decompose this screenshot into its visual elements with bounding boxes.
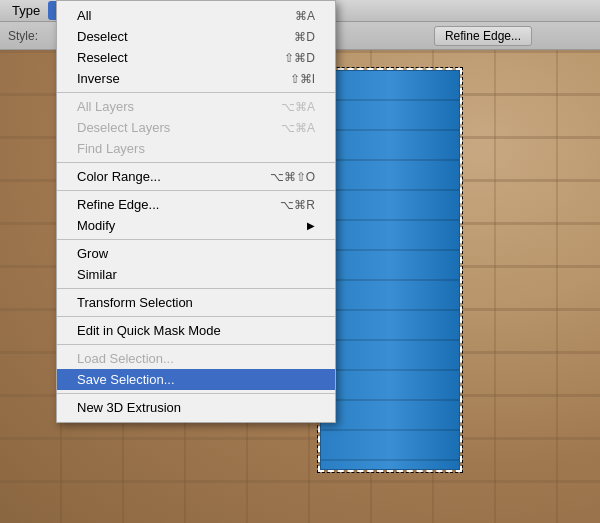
menu-item-reselect[interactable]: Reselect ⇧⌘D bbox=[57, 47, 335, 68]
separator-7 bbox=[57, 344, 335, 345]
menu-item-deselect[interactable]: Deselect ⌘D bbox=[57, 26, 335, 47]
menu-item-similar[interactable]: Similar bbox=[57, 264, 335, 285]
menu-item-load-selection: Load Selection... bbox=[57, 348, 335, 369]
menu-item-new-3d-extrusion-label: New 3D Extrusion bbox=[77, 400, 181, 415]
refine-edge-button[interactable]: Refine Edge... bbox=[434, 26, 532, 46]
separator-1 bbox=[57, 92, 335, 93]
menu-item-grow-label: Grow bbox=[77, 246, 108, 261]
menu-item-modify-label: Modify bbox=[77, 218, 115, 233]
menu-item-color-range[interactable]: Color Range... ⌥⌘⇧O bbox=[57, 166, 335, 187]
separator-5 bbox=[57, 288, 335, 289]
menu-item-save-selection-label: Save Selection... bbox=[77, 372, 175, 387]
menu-item-deselect-layers: Deselect Layers ⌥⌘A bbox=[57, 117, 335, 138]
menu-item-all-shortcut: ⌘A bbox=[295, 9, 315, 23]
menu-item-all-label: All bbox=[77, 8, 91, 23]
menu-item-all-layers-shortcut: ⌥⌘A bbox=[281, 100, 315, 114]
menu-item-deselect-layers-label: Deselect Layers bbox=[77, 120, 170, 135]
menu-item-modify[interactable]: Modify ▶ bbox=[57, 215, 335, 236]
menu-item-refine-edge-label: Refine Edge... bbox=[77, 197, 159, 212]
menu-item-similar-label: Similar bbox=[77, 267, 117, 282]
menubar-item-type[interactable]: Type bbox=[4, 1, 48, 20]
menu-item-find-layers: Find Layers bbox=[57, 138, 335, 159]
menu-item-all[interactable]: All ⌘A bbox=[57, 5, 335, 26]
menu-item-inverse-shortcut: ⇧⌘I bbox=[290, 72, 315, 86]
select-menu: All ⌘A Deselect ⌘D Reselect ⇧⌘D Inverse … bbox=[56, 0, 336, 423]
menu-item-transform-selection[interactable]: Transform Selection bbox=[57, 292, 335, 313]
menu-item-refine-edge-shortcut: ⌥⌘R bbox=[280, 198, 315, 212]
menu-item-new-3d-extrusion[interactable]: New 3D Extrusion bbox=[57, 397, 335, 418]
separator-8 bbox=[57, 393, 335, 394]
chevron-right-icon: ▶ bbox=[307, 220, 315, 231]
menu-item-load-selection-label: Load Selection... bbox=[77, 351, 174, 366]
menu-item-edit-quick-mask[interactable]: Edit in Quick Mask Mode bbox=[57, 320, 335, 341]
menu-item-deselect-shortcut: ⌘D bbox=[294, 30, 315, 44]
menu-item-inverse-label: Inverse bbox=[77, 71, 120, 86]
menu-item-find-layers-label: Find Layers bbox=[77, 141, 145, 156]
menu-item-edit-quick-mask-label: Edit in Quick Mask Mode bbox=[77, 323, 221, 338]
menu-item-color-range-shortcut: ⌥⌘⇧O bbox=[270, 170, 315, 184]
menu-item-inverse[interactable]: Inverse ⇧⌘I bbox=[57, 68, 335, 89]
menu-item-all-layers: All Layers ⌥⌘A bbox=[57, 96, 335, 117]
menu-item-deselect-label: Deselect bbox=[77, 29, 128, 44]
blue-shutter bbox=[320, 70, 460, 470]
menu-item-reselect-shortcut: ⇧⌘D bbox=[284, 51, 315, 65]
separator-3 bbox=[57, 190, 335, 191]
menu-item-transform-selection-label: Transform Selection bbox=[77, 295, 193, 310]
style-label: Style: bbox=[8, 29, 38, 43]
menu-item-refine-edge[interactable]: Refine Edge... ⌥⌘R bbox=[57, 194, 335, 215]
menu-item-deselect-layers-shortcut: ⌥⌘A bbox=[281, 121, 315, 135]
separator-2 bbox=[57, 162, 335, 163]
separator-6 bbox=[57, 316, 335, 317]
menu-item-save-selection[interactable]: Save Selection... bbox=[57, 369, 335, 390]
separator-4 bbox=[57, 239, 335, 240]
menu-item-all-layers-label: All Layers bbox=[77, 99, 134, 114]
menu-item-reselect-label: Reselect bbox=[77, 50, 128, 65]
menu-item-color-range-label: Color Range... bbox=[77, 169, 161, 184]
menu-item-grow[interactable]: Grow bbox=[57, 243, 335, 264]
